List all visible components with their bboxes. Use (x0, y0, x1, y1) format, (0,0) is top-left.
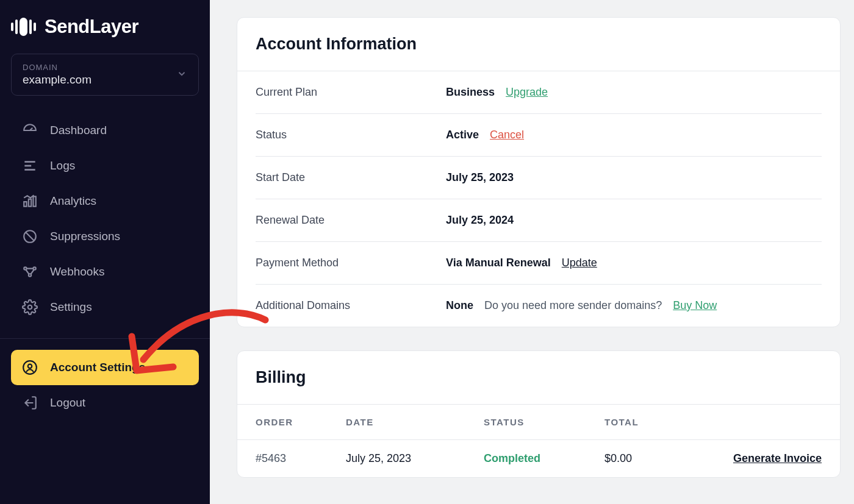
row-label: Additional Domains (256, 299, 446, 312)
domain-selector-label: DOMAIN (23, 63, 187, 72)
row-renewal-date: Renewal Date July 25, 2024 (256, 199, 822, 242)
secondary-nav: Account Settings Logout (0, 350, 210, 421)
billing-table-row: #5463 July 25, 2023 Completed $0.00 Gene… (237, 440, 840, 477)
cancel-link[interactable]: Cancel (490, 129, 524, 141)
row-start-date: Start Date July 25, 2023 (256, 157, 822, 199)
buy-now-link[interactable]: Buy Now (673, 299, 717, 312)
svg-point-11 (28, 305, 32, 310)
update-payment-link[interactable]: Update (562, 257, 597, 269)
nodes-icon (22, 264, 38, 280)
sidebar-item-dashboard[interactable]: Dashboard (0, 113, 210, 148)
brand-logo[interactable]: SendLayer (0, 0, 210, 49)
row-value: July 25, 2024 (446, 214, 514, 227)
user-circle-icon (22, 360, 38, 375)
cell-status: Completed (484, 452, 605, 465)
row-value: Active (446, 129, 479, 141)
sidebar-item-label: Dashboard (50, 124, 107, 137)
row-label: Payment Method (256, 257, 446, 269)
brand-name: SendLayer (45, 16, 138, 38)
domain-selector-value: example.com (23, 73, 187, 87)
sidebar-item-settings[interactable]: Settings (0, 289, 210, 325)
svg-point-13 (28, 364, 32, 369)
svg-rect-3 (24, 202, 26, 207)
chart-icon (22, 193, 38, 209)
sidebar-item-analytics[interactable]: Analytics (0, 183, 210, 219)
cell-order: #5463 (256, 452, 346, 465)
svg-point-9 (33, 267, 35, 269)
sidebar-item-webhooks[interactable]: Webhooks (0, 254, 210, 289)
row-value: None (446, 299, 473, 312)
row-label: Renewal Date (256, 214, 446, 227)
row-label: Current Plan (256, 86, 446, 99)
domain-selector[interactable]: DOMAIN example.com (11, 54, 199, 96)
sidebar-item-logs[interactable]: Logs (0, 148, 210, 183)
sidebar-item-suppressions[interactable]: Suppressions (0, 219, 210, 254)
ban-icon (22, 229, 38, 244)
row-note: Do you need more sender domains? (484, 299, 662, 312)
account-information-card: Account Information Current Plan Busines… (237, 17, 841, 327)
sidebar-item-label: Account Settings (50, 361, 145, 374)
cell-total: $0.00 (605, 452, 718, 465)
row-label: Status (256, 129, 446, 141)
sidebar-item-label: Webhooks (50, 265, 104, 279)
gauge-icon (22, 122, 38, 138)
svg-point-8 (24, 267, 26, 269)
sidebar-item-logout[interactable]: Logout (11, 385, 199, 421)
col-header-total: TOTAL (605, 417, 718, 427)
card-title: Account Information (237, 18, 840, 71)
billing-table-header: ORDER DATE STATUS TOTAL (237, 405, 840, 440)
logout-icon (22, 395, 38, 411)
gear-icon (22, 299, 38, 315)
card-title: Billing (237, 351, 840, 405)
chevron-down-icon (176, 68, 187, 82)
col-header-status: STATUS (484, 417, 605, 427)
row-value: July 25, 2023 (446, 171, 514, 184)
svg-rect-5 (33, 196, 35, 206)
sidebar-item-label: Analytics (50, 194, 96, 208)
row-value: Via Manual Renewal (446, 257, 551, 269)
main-content: Account Information Current Plan Busines… (210, 0, 854, 504)
svg-line-7 (26, 233, 34, 241)
svg-rect-4 (29, 199, 31, 207)
sidebar-item-label: Logout (50, 396, 85, 410)
generate-invoice-link[interactable]: Generate Invoice (733, 452, 822, 464)
sidebar: SendLayer DOMAIN example.com Dashboard L… (0, 0, 210, 504)
sidebar-item-label: Logs (50, 159, 75, 172)
row-additional-domains: Additional Domains None Do you need more… (256, 285, 822, 327)
col-header-order: ORDER (256, 417, 346, 427)
sidebar-item-label: Settings (50, 300, 92, 314)
row-status: Status Active Cancel (256, 114, 822, 157)
billing-card: Billing ORDER DATE STATUS TOTAL #5463 Ju… (237, 350, 841, 478)
col-header-date: DATE (346, 417, 484, 427)
list-icon (22, 158, 38, 174)
row-label: Start Date (256, 171, 446, 184)
row-payment-method: Payment Method Via Manual Renewal Update (256, 242, 822, 285)
sidebar-item-label: Suppressions (50, 230, 120, 243)
sidebar-item-account-settings[interactable]: Account Settings (11, 350, 199, 385)
row-value: Business (446, 86, 495, 99)
row-current-plan: Current Plan Business Upgrade (256, 71, 822, 114)
cell-date: July 25, 2023 (346, 452, 484, 465)
brand-bars-icon (11, 18, 36, 36)
primary-nav: Dashboard Logs Analytics Suppressions We… (0, 109, 210, 328)
upgrade-link[interactable]: Upgrade (506, 86, 548, 99)
sidebar-divider (0, 338, 210, 339)
